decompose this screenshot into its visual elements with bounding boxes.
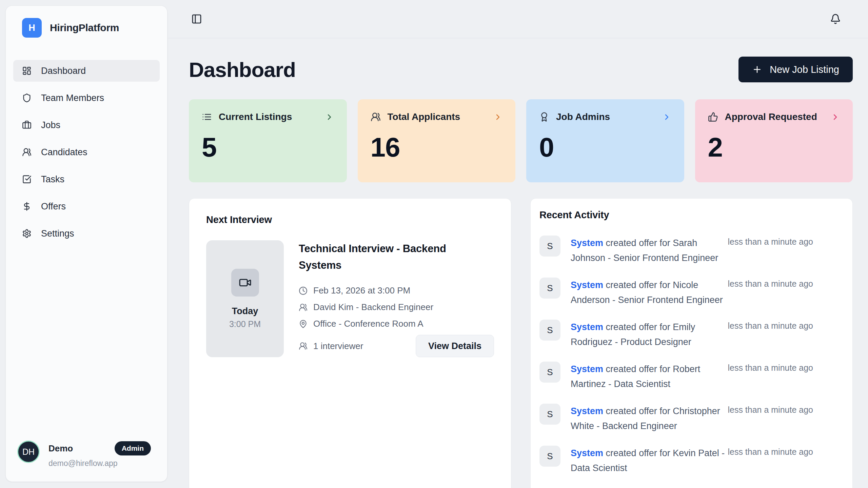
user-name: Demo	[48, 443, 73, 454]
check-square-icon	[22, 175, 32, 184]
thumbs-up-icon	[708, 112, 718, 122]
app-title: HiringPlatform	[50, 22, 119, 34]
interview-thumbnail: Today 3:00 PM	[206, 240, 284, 357]
activity-text: System created offer for Sarah Johnson -…	[571, 236, 728, 265]
next-interview-panel: Next Interview Today 3:00 PM Technical I…	[189, 198, 511, 488]
map-pin-icon	[299, 320, 308, 328]
activity-item[interactable]: S System created offer for Nicole Anders…	[539, 278, 844, 307]
stat-card-total-applicants[interactable]: Total Applicants 16	[358, 99, 516, 182]
activity-list: S System created offer for Sarah Johnson…	[539, 236, 844, 475]
sidebar-item-settings[interactable]: Settings	[13, 223, 160, 244]
sidebar-item-candidates[interactable]: Candidates	[13, 141, 160, 163]
stat-label: Total Applicants	[388, 111, 460, 122]
interview-day: Today	[232, 306, 258, 317]
clock-icon	[299, 286, 308, 295]
activity-item[interactable]: S System created offer for Christopher W…	[539, 404, 844, 433]
main-area: Dashboard New Job Listing Current Listin…	[167, 0, 868, 488]
users-icon	[22, 147, 32, 157]
plus-icon	[752, 64, 762, 75]
interview-location: Office - Conference Room A	[313, 319, 423, 329]
sidebar-item-team-members[interactable]: Team Members	[13, 87, 160, 109]
sidebar-item-offers[interactable]: Offers	[13, 196, 160, 217]
interview-info: Technical Interview - Backend Systems Fe…	[299, 240, 494, 357]
stat-value: 5	[202, 132, 334, 163]
recent-activity-title: Recent Activity	[539, 209, 844, 221]
activity-item[interactable]: S System created offer for Kevin Patel -…	[539, 446, 844, 475]
view-details-button[interactable]: View Details	[416, 335, 494, 357]
activity-timestamp: less than a minute ago	[728, 320, 813, 331]
notifications-button[interactable]	[827, 11, 844, 27]
logo-mark: H	[22, 18, 42, 38]
user-email: demo@hireflow.app	[48, 459, 156, 468]
avatar: S	[539, 404, 560, 425]
new-job-listing-label: New Job Listing	[770, 64, 839, 75]
sidebar-item-label: Jobs	[41, 120, 60, 130]
sidebar-toggle-button[interactable]	[189, 11, 205, 27]
next-interview-title: Next Interview	[206, 214, 494, 225]
sidebar-item-label: Team Members	[41, 93, 104, 103]
user-meta: Demo Admin demo@hireflow.app	[48, 441, 156, 468]
chevron-right-icon	[325, 113, 334, 122]
activity-actor: System	[571, 280, 603, 290]
recent-activity-panel: Recent Activity S System created offer f…	[530, 198, 853, 488]
avatar: S	[539, 362, 560, 383]
sidebar-item-tasks[interactable]: Tasks	[13, 168, 160, 190]
activity-timestamp: less than a minute ago	[728, 236, 813, 247]
activity-timestamp: less than a minute ago	[728, 404, 813, 415]
new-job-listing-button[interactable]: New Job Listing	[738, 57, 853, 82]
sidebar-item-jobs[interactable]: Jobs	[13, 114, 160, 136]
briefcase-icon	[22, 120, 32, 130]
users-icon	[371, 112, 381, 122]
activity-actor: System	[571, 364, 603, 374]
avatar: S	[539, 446, 560, 467]
stat-card-approval-requested[interactable]: Approval Requested 2	[695, 99, 853, 182]
activity-timestamp: less than a minute ago	[728, 278, 813, 289]
panel-left-icon	[191, 14, 202, 24]
interview-candidate-row: David Kim - Backend Engineer	[299, 299, 494, 316]
activity-text: System created offer for Christopher Whi…	[571, 404, 728, 433]
role-badge: Admin	[115, 441, 151, 455]
sidebar-item-dashboard[interactable]: Dashboard	[13, 60, 160, 82]
interview-location-row: Office - Conference Room A	[299, 316, 494, 332]
list-icon	[202, 112, 212, 122]
activity-actor: System	[571, 448, 603, 458]
stat-value: 2	[708, 132, 840, 163]
sidebar-item-label: Offers	[41, 201, 66, 212]
gear-icon	[22, 229, 32, 238]
sidebar: H HiringPlatform Dashboard Team Members	[5, 5, 167, 482]
stat-label: Approval Requested	[725, 111, 817, 122]
interview-time: 3:00 PM	[229, 319, 261, 329]
stat-card-current-listings[interactable]: Current Listings 5	[189, 99, 347, 182]
interview-job-title: Technical Interview - Backend Systems	[299, 240, 458, 273]
page-title: Dashboard	[189, 58, 296, 82]
video-icon	[231, 269, 259, 297]
avatar: S	[539, 278, 560, 299]
activity-item[interactable]: S System created offer for Sarah Johnson…	[539, 236, 844, 265]
topbar	[167, 0, 868, 38]
activity-text: System created offer for Nicole Anderson…	[571, 278, 728, 307]
app-logo: H HiringPlatform	[13, 18, 160, 38]
interviewer-count: 1 interviewer	[299, 341, 363, 351]
avatar: DH	[17, 441, 40, 463]
activity-text: System created offer for Kevin Patel - D…	[571, 446, 728, 475]
users-icon	[299, 342, 308, 350]
stat-value: 16	[371, 132, 503, 163]
activity-item[interactable]: S System created offer for Robert Martin…	[539, 362, 844, 391]
sidebar-item-label: Candidates	[41, 147, 87, 158]
bell-icon	[830, 14, 841, 24]
sidebar-item-label: Settings	[41, 228, 74, 239]
award-icon	[539, 112, 549, 122]
stats-row: Current Listings 5 Total Applicants	[189, 99, 853, 182]
interview-datetime-row: Feb 13, 2026 at 3:00 PM	[299, 282, 494, 299]
stat-card-job-admins[interactable]: Job Admins 0	[526, 99, 684, 182]
dollar-sign-icon	[22, 202, 32, 211]
activity-item[interactable]: S System created offer for Emily Rodrigu…	[539, 320, 844, 349]
page-content: Dashboard New Job Listing Current Listin…	[167, 38, 868, 488]
activity-timestamp: less than a minute ago	[728, 362, 813, 373]
chevron-right-icon	[493, 113, 502, 122]
interview-datetime: Feb 13, 2026 at 3:00 PM	[313, 285, 410, 296]
activity-text: System created offer for Robert Martinez…	[571, 362, 728, 391]
user-profile[interactable]: DH Demo Admin demo@hireflow.app	[13, 441, 160, 468]
activity-actor: System	[571, 322, 603, 332]
activity-text: System created offer for Emily Rodriguez…	[571, 320, 728, 349]
